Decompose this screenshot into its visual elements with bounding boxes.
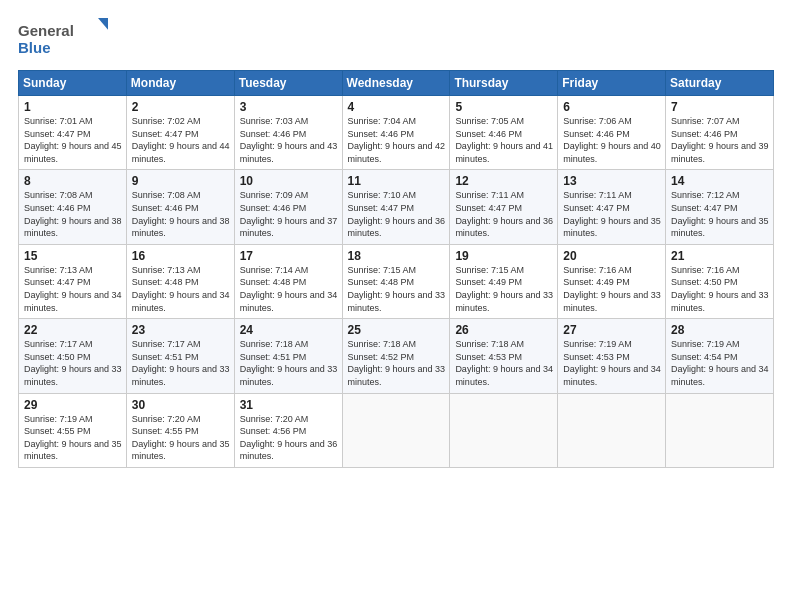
calendar-cell: 18Sunrise: 7:15 AMSunset: 4:48 PMDayligh…: [342, 244, 450, 318]
day-number: 10: [240, 174, 338, 188]
weekday-header-tuesday: Tuesday: [234, 71, 342, 96]
day-detail: Sunrise: 7:17 AMSunset: 4:51 PMDaylight:…: [132, 338, 230, 388]
logo-svg: General Blue: [18, 18, 108, 58]
week-row-2: 8Sunrise: 7:08 AMSunset: 4:46 PMDaylight…: [19, 170, 774, 244]
day-detail: Sunrise: 7:19 AMSunset: 4:55 PMDaylight:…: [24, 413, 122, 463]
calendar-cell: 8Sunrise: 7:08 AMSunset: 4:46 PMDaylight…: [19, 170, 127, 244]
calendar-cell: [342, 393, 450, 467]
day-detail: Sunrise: 7:07 AMSunset: 4:46 PMDaylight:…: [671, 115, 769, 165]
day-detail: Sunrise: 7:16 AMSunset: 4:50 PMDaylight:…: [671, 264, 769, 314]
week-row-3: 15Sunrise: 7:13 AMSunset: 4:47 PMDayligh…: [19, 244, 774, 318]
weekday-header-wednesday: Wednesday: [342, 71, 450, 96]
calendar-page: General Blue SundayMondayTuesdayWednesda…: [0, 0, 792, 612]
day-number: 23: [132, 323, 230, 337]
calendar-cell: 28Sunrise: 7:19 AMSunset: 4:54 PMDayligh…: [666, 319, 774, 393]
day-number: 14: [671, 174, 769, 188]
calendar-cell: 13Sunrise: 7:11 AMSunset: 4:47 PMDayligh…: [558, 170, 666, 244]
calendar-cell: 27Sunrise: 7:19 AMSunset: 4:53 PMDayligh…: [558, 319, 666, 393]
calendar-cell: 11Sunrise: 7:10 AMSunset: 4:47 PMDayligh…: [342, 170, 450, 244]
calendar-table: SundayMondayTuesdayWednesdayThursdayFrid…: [18, 70, 774, 468]
day-number: 28: [671, 323, 769, 337]
day-number: 2: [132, 100, 230, 114]
day-number: 26: [455, 323, 553, 337]
day-detail: Sunrise: 7:03 AMSunset: 4:46 PMDaylight:…: [240, 115, 338, 165]
day-detail: Sunrise: 7:15 AMSunset: 4:49 PMDaylight:…: [455, 264, 553, 314]
calendar-cell: 10Sunrise: 7:09 AMSunset: 4:46 PMDayligh…: [234, 170, 342, 244]
calendar-cell: 12Sunrise: 7:11 AMSunset: 4:47 PMDayligh…: [450, 170, 558, 244]
calendar-cell: 15Sunrise: 7:13 AMSunset: 4:47 PMDayligh…: [19, 244, 127, 318]
day-number: 27: [563, 323, 661, 337]
calendar-cell: [558, 393, 666, 467]
day-number: 1: [24, 100, 122, 114]
calendar-cell: 7Sunrise: 7:07 AMSunset: 4:46 PMDaylight…: [666, 96, 774, 170]
day-detail: Sunrise: 7:18 AMSunset: 4:53 PMDaylight:…: [455, 338, 553, 388]
calendar-cell: 14Sunrise: 7:12 AMSunset: 4:47 PMDayligh…: [666, 170, 774, 244]
day-number: 4: [348, 100, 446, 114]
day-number: 18: [348, 249, 446, 263]
day-detail: Sunrise: 7:19 AMSunset: 4:54 PMDaylight:…: [671, 338, 769, 388]
svg-marker-2: [98, 18, 108, 32]
calendar-cell: 31Sunrise: 7:20 AMSunset: 4:56 PMDayligh…: [234, 393, 342, 467]
day-number: 9: [132, 174, 230, 188]
day-number: 11: [348, 174, 446, 188]
day-detail: Sunrise: 7:04 AMSunset: 4:46 PMDaylight:…: [348, 115, 446, 165]
day-detail: Sunrise: 7:19 AMSunset: 4:53 PMDaylight:…: [563, 338, 661, 388]
day-detail: Sunrise: 7:20 AMSunset: 4:56 PMDaylight:…: [240, 413, 338, 463]
day-number: 13: [563, 174, 661, 188]
day-detail: Sunrise: 7:01 AMSunset: 4:47 PMDaylight:…: [24, 115, 122, 165]
svg-text:General: General: [18, 22, 74, 39]
calendar-cell: 4Sunrise: 7:04 AMSunset: 4:46 PMDaylight…: [342, 96, 450, 170]
day-detail: Sunrise: 7:18 AMSunset: 4:52 PMDaylight:…: [348, 338, 446, 388]
day-number: 3: [240, 100, 338, 114]
day-detail: Sunrise: 7:11 AMSunset: 4:47 PMDaylight:…: [563, 189, 661, 239]
day-detail: Sunrise: 7:06 AMSunset: 4:46 PMDaylight:…: [563, 115, 661, 165]
calendar-cell: 9Sunrise: 7:08 AMSunset: 4:46 PMDaylight…: [126, 170, 234, 244]
day-detail: Sunrise: 7:08 AMSunset: 4:46 PMDaylight:…: [24, 189, 122, 239]
day-number: 20: [563, 249, 661, 263]
calendar-cell: 22Sunrise: 7:17 AMSunset: 4:50 PMDayligh…: [19, 319, 127, 393]
day-number: 30: [132, 398, 230, 412]
calendar-cell: 16Sunrise: 7:13 AMSunset: 4:48 PMDayligh…: [126, 244, 234, 318]
day-number: 29: [24, 398, 122, 412]
weekday-header-monday: Monday: [126, 71, 234, 96]
day-detail: Sunrise: 7:13 AMSunset: 4:48 PMDaylight:…: [132, 264, 230, 314]
day-number: 25: [348, 323, 446, 337]
day-detail: Sunrise: 7:09 AMSunset: 4:46 PMDaylight:…: [240, 189, 338, 239]
day-detail: Sunrise: 7:15 AMSunset: 4:48 PMDaylight:…: [348, 264, 446, 314]
weekday-header-row: SundayMondayTuesdayWednesdayThursdayFrid…: [19, 71, 774, 96]
calendar-cell: 23Sunrise: 7:17 AMSunset: 4:51 PMDayligh…: [126, 319, 234, 393]
day-detail: Sunrise: 7:12 AMSunset: 4:47 PMDaylight:…: [671, 189, 769, 239]
day-number: 21: [671, 249, 769, 263]
day-number: 15: [24, 249, 122, 263]
week-row-5: 29Sunrise: 7:19 AMSunset: 4:55 PMDayligh…: [19, 393, 774, 467]
calendar-cell: 24Sunrise: 7:18 AMSunset: 4:51 PMDayligh…: [234, 319, 342, 393]
day-detail: Sunrise: 7:05 AMSunset: 4:46 PMDaylight:…: [455, 115, 553, 165]
day-number: 5: [455, 100, 553, 114]
calendar-cell: [666, 393, 774, 467]
calendar-cell: 17Sunrise: 7:14 AMSunset: 4:48 PMDayligh…: [234, 244, 342, 318]
calendar-cell: 5Sunrise: 7:05 AMSunset: 4:46 PMDaylight…: [450, 96, 558, 170]
calendar-cell: 26Sunrise: 7:18 AMSunset: 4:53 PMDayligh…: [450, 319, 558, 393]
calendar-cell: [450, 393, 558, 467]
day-detail: Sunrise: 7:02 AMSunset: 4:47 PMDaylight:…: [132, 115, 230, 165]
calendar-cell: 6Sunrise: 7:06 AMSunset: 4:46 PMDaylight…: [558, 96, 666, 170]
week-row-1: 1Sunrise: 7:01 AMSunset: 4:47 PMDaylight…: [19, 96, 774, 170]
day-detail: Sunrise: 7:13 AMSunset: 4:47 PMDaylight:…: [24, 264, 122, 314]
calendar-cell: 25Sunrise: 7:18 AMSunset: 4:52 PMDayligh…: [342, 319, 450, 393]
day-number: 6: [563, 100, 661, 114]
calendar-cell: 21Sunrise: 7:16 AMSunset: 4:50 PMDayligh…: [666, 244, 774, 318]
day-number: 24: [240, 323, 338, 337]
header: General Blue: [18, 18, 774, 58]
day-detail: Sunrise: 7:18 AMSunset: 4:51 PMDaylight:…: [240, 338, 338, 388]
weekday-header-sunday: Sunday: [19, 71, 127, 96]
day-number: 12: [455, 174, 553, 188]
weekday-header-friday: Friday: [558, 71, 666, 96]
day-number: 31: [240, 398, 338, 412]
day-detail: Sunrise: 7:08 AMSunset: 4:46 PMDaylight:…: [132, 189, 230, 239]
day-detail: Sunrise: 7:14 AMSunset: 4:48 PMDaylight:…: [240, 264, 338, 314]
logo: General Blue: [18, 18, 108, 58]
day-number: 22: [24, 323, 122, 337]
day-detail: Sunrise: 7:10 AMSunset: 4:47 PMDaylight:…: [348, 189, 446, 239]
day-number: 8: [24, 174, 122, 188]
calendar-cell: 2Sunrise: 7:02 AMSunset: 4:47 PMDaylight…: [126, 96, 234, 170]
